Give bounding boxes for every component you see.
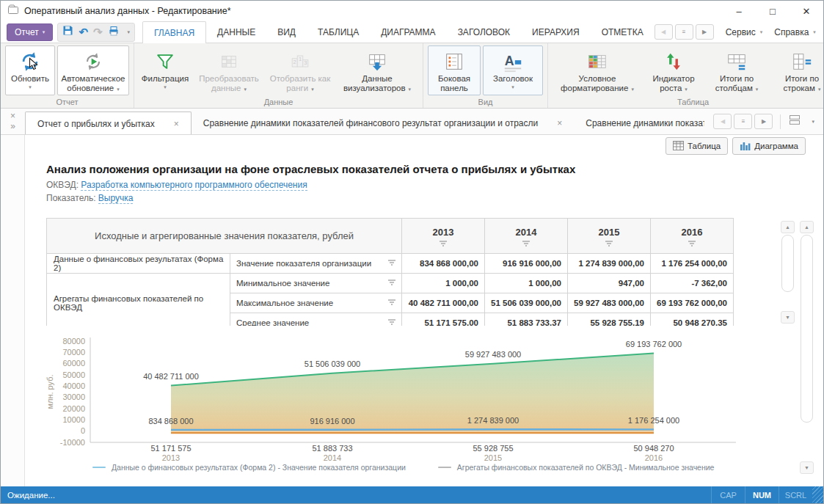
ribbon-tab-отметка[interactable]: ОТМЕТКА: [591, 21, 655, 43]
ribbon-tab-вид[interactable]: ВИД: [266, 21, 307, 43]
doc-tab-nav-group: ◀ ≡ ▶: [713, 114, 773, 129]
page-scrollbar[interactable]: ▲ ▼: [800, 221, 814, 474]
value-cell: 69 193 762 000,00: [651, 293, 734, 313]
document-tab-bar: × » Отчет о прибылях и убытках×Сравнение…: [1, 109, 823, 135]
expand-panel-icon[interactable]: »: [10, 122, 15, 131]
value-cell: 1 000,00: [402, 274, 485, 293]
auto-icon: [82, 49, 104, 74]
ribbon-button-refresh[interactable]: Обновить▾: [5, 45, 55, 95]
okved-link[interactable]: Разработка компьютерного программного об…: [81, 180, 307, 191]
layout-icon[interactable]: [788, 114, 801, 128]
maximize-button[interactable]: □: [756, 1, 790, 21]
ribbon-tab-диаграмма[interactable]: ДИАГРАММА: [370, 21, 446, 43]
close-panel-icon[interactable]: ×: [10, 112, 15, 121]
svg-text:60000: 60000: [62, 359, 85, 368]
document-tab-2[interactable]: Сравнение динамики показателей финансово…: [192, 112, 574, 134]
scroll-down-icon[interactable]: ▼: [781, 311, 795, 324]
toggle-tbl[interactable]: Таблица: [666, 137, 728, 155]
ribbon-group-данные: Фильтрация▾Преобразовать данные▾213Отобр…: [134, 43, 423, 108]
filter-mini-icon[interactable]: [486, 240, 566, 247]
ribbon-tab-главная[interactable]: ГЛАВНАЯ: [142, 21, 206, 43]
close-button[interactable]: ✕: [790, 1, 823, 21]
nav-prev-icon[interactable]: ◀: [713, 114, 732, 129]
menu-service[interactable]: Сервис▾: [726, 27, 763, 37]
ribbon-button-auto[interactable]: Автоматическое обновление▾: [57, 45, 129, 95]
nav-next-icon[interactable]: ▶: [696, 24, 714, 40]
chevron-down-icon: ▾: [685, 87, 688, 92]
ribbon-button-condformat[interactable]: Условное форматирование▾: [553, 45, 642, 95]
metric-cell: Максимальное значение: [230, 293, 402, 313]
num-lock-indicator: NUM: [745, 486, 779, 503]
filter-mini-icon[interactable]: [387, 318, 396, 326]
nav-prev-icon[interactable]: ◀: [655, 24, 673, 40]
indicator-link[interactable]: Выручка: [98, 193, 134, 204]
ribbon-tab-таблица[interactable]: ТАБЛИЦА: [307, 21, 370, 43]
ribbon-button-rowtotals[interactable]: Итоги по строкам▾: [770, 45, 823, 95]
chevron-down-icon: ▾: [311, 87, 314, 92]
collapsed-side-panel[interactable]: [1, 135, 25, 488]
filter-mini-icon[interactable]: [387, 259, 396, 268]
scrollbar-thumb[interactable]: [801, 235, 813, 423]
resize-grip[interactable]: [812, 486, 823, 503]
print-icon[interactable]: [108, 25, 120, 40]
scrollbar-thumb[interactable]: [781, 235, 794, 292]
ribbon-button-sidepanel[interactable]: Боковая панель: [428, 45, 481, 95]
condformat-icon: [586, 49, 608, 74]
print-options-caret-icon[interactable]: ▾: [128, 29, 131, 35]
table-scrollbar[interactable]: ▲ ▼: [781, 221, 795, 324]
ribbon-button-heading[interactable]: AЗаголовок▾: [483, 45, 543, 95]
filter-mini-icon[interactable]: [569, 240, 649, 247]
svg-text:70000: 70000: [62, 348, 85, 357]
ribbon-nav-group: ◀ ≡ ▶: [655, 24, 714, 40]
ribbon-button-coltotals[interactable]: Итоги по столбцам▾: [705, 45, 768, 95]
svg-text:1 274 839 000: 1 274 839 000: [467, 416, 519, 425]
ribbon-group-label: Вид: [428, 95, 543, 108]
nav-list-icon[interactable]: ≡: [734, 114, 752, 129]
toggle-label: Таблица: [688, 142, 721, 150]
document-tab-label: Сравнение динамики показателя баланса: [586, 118, 704, 128]
svg-text:40000: 40000: [62, 381, 85, 390]
undo-icon[interactable]: ↶: [79, 26, 88, 37]
value-cell: 51 506 039 000,00: [485, 293, 568, 313]
nav-next-icon[interactable]: ▶: [754, 114, 773, 129]
ribbon-group-отчет: Обновить▾Автоматическое обновление▾Отчет: [1, 43, 134, 108]
okved-label: ОКВЭД:: [46, 180, 79, 190]
toggle-cht[interactable]: Диаграмма: [732, 137, 806, 155]
ribbon-button-growth[interactable]: Индикатор роста▾: [644, 45, 703, 95]
svg-text:30000: 30000: [62, 392, 85, 401]
svg-text:2: 2: [293, 59, 296, 65]
document-tab-1[interactable]: Отчет о прибылях и убытках×: [25, 112, 192, 134]
value-cell: 50 948 270,35: [651, 313, 734, 326]
chevron-down-icon: ▾: [631, 87, 634, 92]
scroll-up-icon[interactable]: ▲: [800, 221, 814, 233]
svg-text:50 948 270: 50 948 270: [633, 444, 674, 453]
filter-mini-icon[interactable]: [387, 299, 396, 307]
ribbon-button-label: Индикатор роста▾: [645, 74, 702, 94]
close-icon[interactable]: ×: [557, 118, 562, 128]
close-icon[interactable]: ×: [174, 119, 179, 129]
scroll-up-icon[interactable]: ▲: [781, 221, 795, 233]
legend-item: Агрегаты финансовых показателей по ОКВЭД…: [438, 463, 715, 472]
minimize-button[interactable]: –: [722, 1, 756, 21]
nav-list-icon[interactable]: ≡: [675, 24, 693, 40]
menubar: Отчет ▾ ↶ ↷ ▾ ГЛАВНАЯДАННЫЕВИДТАБЛИЦАДИА…: [1, 21, 823, 43]
scroll-down-icon[interactable]: ▼: [800, 461, 814, 474]
ribbon-tab-заголовок[interactable]: ЗАГОЛОВОК: [447, 21, 521, 43]
menu-help[interactable]: Справка▾: [774, 27, 816, 37]
filter-mini-icon[interactable]: [387, 279, 396, 288]
value-cell: 51 883 733,37: [485, 313, 568, 326]
ribbon-button-visualizers[interactable]: Данные визуализаторов▾: [336, 45, 418, 95]
chart-svg: 8000070000600005000040000300002000010000…: [40, 330, 777, 462]
filter-mini-icon[interactable]: [403, 240, 484, 247]
save-icon[interactable]: [62, 25, 73, 39]
ribbon-button-filter[interactable]: Фильтрация▾: [139, 45, 192, 95]
document-tab-3[interactable]: Сравнение динамики показателя баланса: [574, 112, 704, 134]
layout-caret-icon[interactable]: ▾: [812, 119, 814, 125]
report-menu-button[interactable]: Отчет ▾: [7, 23, 53, 41]
ribbon-tab-данные[interactable]: ДАННЫЕ: [206, 21, 266, 43]
ribbon-tab-иерархия[interactable]: ИЕРАРХИЯ: [521, 21, 591, 43]
chevron-down-icon: ▾: [244, 87, 247, 92]
value-cell: 59 927 483 000,00: [568, 293, 651, 313]
redo-icon[interactable]: ↷: [93, 26, 103, 37]
filter-mini-icon[interactable]: [652, 240, 732, 247]
